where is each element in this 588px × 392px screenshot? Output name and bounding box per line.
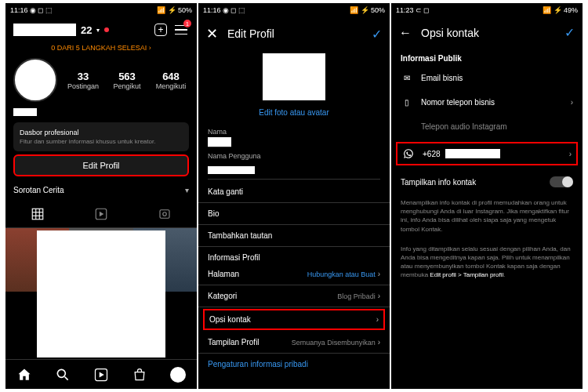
label-name: Nama — [208, 128, 380, 136]
row-profile-info: Informasi Profil — [198, 247, 390, 263]
profile-photo[interactable] — [263, 53, 325, 100]
back-icon[interactable]: ← — [399, 26, 412, 40]
status-bar: 11:23 ⊂ ◻ 📶 ⚡49% — [391, 3, 583, 17]
nav-profile[interactable] — [158, 360, 197, 389]
row-bio[interactable]: Bio — [198, 203, 390, 225]
confirm-icon[interactable]: ✓ — [564, 25, 575, 40]
row-whatsapp[interactable]: +628 › — [396, 142, 578, 165]
posts-redacted — [37, 230, 165, 358]
username-redacted — [13, 24, 76, 36]
edit-photo-link[interactable]: Edit foto atau avatar — [198, 103, 390, 125]
professional-dashboard[interactable]: Dasbor profesional Fitur dan sumber info… — [13, 122, 189, 151]
svg-rect-0 — [32, 209, 43, 220]
input-username[interactable] — [208, 162, 380, 180]
row-contact-options[interactable]: Opsi kontak› — [203, 309, 385, 330]
section-public-info: Informasi Publik — [391, 48, 583, 66]
tab-grid[interactable] — [5, 201, 69, 227]
chevron-down-icon: ▾ — [185, 186, 189, 194]
row-page[interactable]: Halaman Hubungkan atau Buat › — [198, 263, 390, 285]
whatsapp-icon — [402, 148, 415, 159]
personal-info-link[interactable]: Pengaturan informasi pribadi — [198, 354, 390, 375]
close-icon[interactable]: ✕ — [206, 25, 218, 42]
email-icon: ✉ — [401, 74, 413, 82]
menu-button[interactable]: 1 — [173, 22, 189, 38]
svg-rect-6 — [160, 210, 169, 219]
status-bar: 11:16 ◉ ◻ ⬚ 📶 ⚡50% — [5, 3, 197, 17]
input-name[interactable] — [208, 137, 231, 147]
tab-tagged[interactable] — [133, 201, 197, 227]
edit-profile-button[interactable]: Edit Profil — [13, 154, 189, 176]
add-post-button[interactable]: + — [153, 22, 169, 38]
svg-point-8 — [58, 369, 66, 377]
description-1: Menampilkan info kontak di profil memuda… — [391, 195, 583, 241]
notification-dot — [104, 27, 109, 32]
status-time: 11:16 — [10, 6, 28, 14]
display-name-redacted — [13, 108, 37, 116]
label-username: Nama Pengguna — [208, 152, 380, 160]
svg-line-9 — [65, 376, 68, 379]
row-business-phone[interactable]: ▯ Nomor telepon bisnis › — [391, 90, 583, 114]
page-title: Opsi kontak — [421, 27, 479, 39]
story-highlights[interactable]: Sorotan Cerita▾ — [5, 180, 197, 201]
row-business-email[interactable]: ✉ Email bisnis — [391, 66, 583, 90]
row-profile-display[interactable]: Tampilan Profil Semuanya Disembunyikan › — [198, 332, 390, 354]
row-category[interactable]: Kategori Blog Pribadi › — [198, 285, 390, 307]
stat-posts[interactable]: 33Postingan — [65, 71, 101, 90]
username-suffix: 22 — [81, 24, 92, 36]
nav-search[interactable] — [44, 360, 82, 389]
avatar[interactable] — [13, 58, 57, 102]
progress-banner[interactable]: 0 DARI 5 LANGKAH SELESAI › — [5, 42, 197, 53]
row-show-contact[interactable]: Tampilkan info kontak — [391, 169, 583, 195]
svg-point-7 — [163, 212, 167, 216]
stat-following[interactable]: 648Mengikuti — [153, 71, 189, 90]
nav-home[interactable] — [5, 360, 44, 389]
menu-badge: 1 — [183, 20, 191, 27]
chevron-down-icon[interactable]: ▾ — [96, 27, 100, 34]
status-bar: 11:16 ◉ ◻ ⬚ 📶 ⚡50% — [198, 3, 390, 17]
description-2: Info yang ditampilkan selalu sesuai deng… — [391, 241, 583, 288]
tab-reels[interactable] — [69, 201, 132, 227]
toggle-show-contact[interactable] — [550, 176, 573, 187]
status-battery: 50% — [178, 6, 192, 14]
row-add-link[interactable]: Tambahkan tautan — [198, 225, 390, 247]
row-audio-call: Telepon audio Instagram — [391, 114, 583, 139]
phone-icon: ▯ — [401, 98, 413, 107]
nav-reels[interactable] — [82, 360, 121, 389]
nav-shop[interactable] — [120, 360, 158, 389]
page-title: Edit Profil — [227, 27, 274, 40]
row-pronouns[interactable]: Kata ganti — [198, 181, 390, 203]
confirm-icon[interactable]: ✓ — [372, 27, 382, 42]
stat-followers[interactable]: 563Pengikut — [109, 71, 145, 90]
